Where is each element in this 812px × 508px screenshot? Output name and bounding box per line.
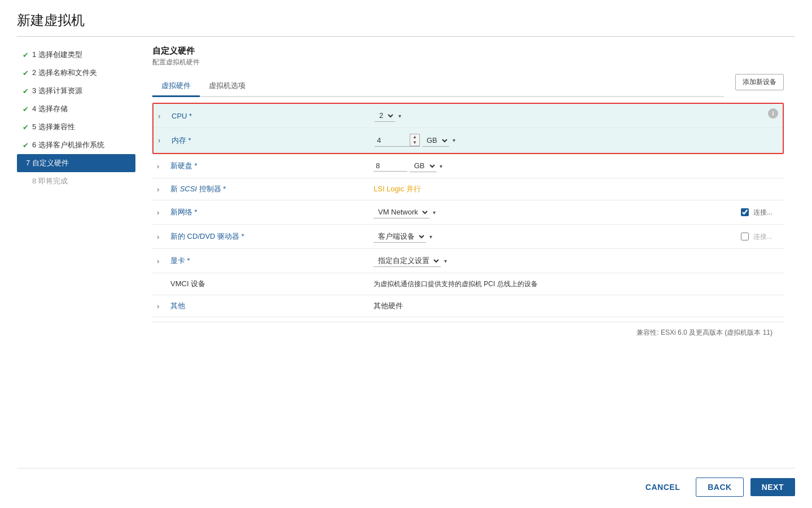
cddvd-connect-checkbox[interactable] xyxy=(741,233,749,240)
disk-unit-arrow: ▾ xyxy=(440,163,442,169)
check-icon-step8: ✔ xyxy=(23,177,29,186)
memory-spinner[interactable]: ▲ ▼ xyxy=(410,134,420,146)
sidebar-item-step5[interactable]: ✔ 5 选择兼容性 xyxy=(17,118,135,136)
network-extra[interactable]: 连接... xyxy=(632,200,784,225)
section-subtitle: 配置虚拟机硬件 xyxy=(152,58,784,67)
add-device-button[interactable]: 添加新设备 xyxy=(735,74,784,90)
display-expand[interactable]: › xyxy=(152,249,166,273)
scsi-extra xyxy=(632,178,784,200)
compatibility-bar: 兼容性: ESXi 6.0 及更高版本 (虚拟机版本 11) xyxy=(152,322,784,343)
cpu-dropdown-arrow: ▾ xyxy=(398,113,401,119)
sidebar-label-step1: 1 选择创建类型 xyxy=(32,50,82,60)
disk-extra xyxy=(632,154,784,178)
next-button[interactable]: NEXT xyxy=(750,478,795,496)
tab-virtual-hw[interactable]: 虚拟硬件 xyxy=(152,76,200,97)
network-arrow: ▾ xyxy=(433,209,436,216)
cddvd-extra[interactable]: 连接... xyxy=(632,225,784,249)
sidebar-item-step8[interactable]: ✔ 8 即将完成 xyxy=(17,172,135,190)
memory-input[interactable] xyxy=(375,135,409,146)
content-area: 自定义硬件 配置虚拟机硬件 虚拟硬件 虚拟机选项 添加新设备 xyxy=(141,37,795,468)
other-extra xyxy=(632,295,784,317)
footer: CANCEL BACK NEXT xyxy=(17,468,795,508)
memory-row: › 内存 * ▲ xyxy=(153,128,783,153)
section-title: 自定义硬件 xyxy=(152,46,784,56)
page-title: 新建虚拟机 xyxy=(17,11,795,37)
check-icon-step2: ✔ xyxy=(23,69,29,77)
memory-input-wrapper: ▲ ▼ xyxy=(375,134,420,147)
sidebar-item-step7[interactable]: 7 自定义硬件 xyxy=(17,154,135,172)
other-expand[interactable]: › xyxy=(152,295,166,317)
check-icon-step4: ✔ xyxy=(23,105,29,113)
memory-up-arrow[interactable]: ▲ xyxy=(410,134,419,140)
vmci-value: 为虚拟机通信接口提供支持的虚拟机 PCI 总线上的设备 xyxy=(369,273,784,295)
memory-value[interactable]: ▲ ▼ GB MB ▾ xyxy=(370,128,721,153)
back-button[interactable]: BACK xyxy=(696,478,743,497)
sidebar-item-step2[interactable]: ✔ 2 选择名称和文件夹 xyxy=(17,64,135,82)
scsi-expand[interactable]: › xyxy=(152,178,166,200)
check-icon-step6: ✔ xyxy=(23,141,29,150)
memory-label: 内存 * xyxy=(167,128,370,153)
display-extra xyxy=(632,249,784,273)
cddvd-label: 新的 CD/DVD 驱动器 * xyxy=(166,225,369,249)
hardware-tabs: 虚拟硬件 虚拟机选项 xyxy=(152,76,724,97)
sidebar-item-step1[interactable]: ✔ 1 选择创建类型 xyxy=(17,46,135,64)
disk-unit-select[interactable]: GB MB xyxy=(410,160,437,172)
tab-vm-options[interactable]: 虚拟机选项 xyxy=(200,76,254,97)
network-value[interactable]: VM Network ▾ xyxy=(369,200,632,225)
sidebar-item-step6[interactable]: ✔ 6 选择客户机操作系统 xyxy=(17,136,135,154)
network-select[interactable]: VM Network xyxy=(374,206,429,218)
network-label: 新网络 * xyxy=(166,200,369,225)
cpu-row: › CPU * 2 1 4 8 xyxy=(153,104,783,128)
cancel-button[interactable]: CANCEL xyxy=(637,478,689,496)
display-arrow: ▾ xyxy=(444,258,447,264)
sidebar-label-step3: 3 选择计算资源 xyxy=(32,86,82,96)
sidebar-label-step4: 4 选择存储 xyxy=(32,104,68,114)
sidebar-label-step6: 6 选择客户机操作系统 xyxy=(32,140,104,150)
sidebar-label-step5: 5 选择兼容性 xyxy=(32,122,75,132)
display-label: 显卡 * xyxy=(166,249,369,273)
memory-extra xyxy=(721,128,783,153)
cddvd-connect-label: 连接... xyxy=(753,232,773,242)
info-icon[interactable]: i xyxy=(768,108,778,119)
sidebar-label-step8: 8 即将完成 xyxy=(32,176,68,186)
sidebar-item-step4[interactable]: ✔ 4 选择存储 xyxy=(17,100,135,118)
other-label: 其他 xyxy=(166,295,369,317)
scsi-value-text: LSI Logic 并行 xyxy=(374,185,421,193)
display-select[interactable]: 指定自定义设置 xyxy=(374,255,441,267)
vmci-row: VMCI 设备 为虚拟机通信接口提供支持的虚拟机 PCI 总线上的设备 xyxy=(152,273,784,295)
memory-unit-arrow: ▾ xyxy=(453,137,455,143)
disk-label: 新硬盘 * xyxy=(166,154,369,178)
memory-unit-select[interactable]: GB MB xyxy=(422,134,449,147)
disk-input[interactable] xyxy=(374,160,407,172)
check-icon-step1: ✔ xyxy=(23,51,29,59)
display-row: › 显卡 * 指定自定义设置 ▾ xyxy=(152,249,784,273)
disk-expand[interactable]: › xyxy=(152,154,166,178)
cddvd-expand[interactable]: › xyxy=(152,225,166,249)
other-value: 其他硬件 xyxy=(369,295,632,317)
scsi-value: LSI Logic 并行 xyxy=(369,178,632,200)
memory-expand[interactable]: › xyxy=(153,128,167,153)
memory-down-arrow[interactable]: ▼ xyxy=(410,140,419,146)
cpu-expand[interactable]: › xyxy=(153,104,167,128)
check-icon-step5: ✔ xyxy=(23,123,29,132)
check-icon-step3: ✔ xyxy=(23,87,29,95)
sidebar-label-step7: 7 自定义硬件 xyxy=(26,158,69,168)
vmci-expand xyxy=(152,273,166,295)
network-connect-label: 连接... xyxy=(753,208,773,217)
cpu-value[interactable]: 2 1 4 8 ▾ xyxy=(370,104,721,128)
other-row: › 其他 其他硬件 xyxy=(152,295,784,317)
network-expand[interactable]: › xyxy=(152,200,166,225)
cddvd-arrow: ▾ xyxy=(429,234,432,240)
cddvd-select[interactable]: 客户端设备 xyxy=(374,230,426,243)
scsi-name: 新 SCSI 控制器 * xyxy=(170,185,226,193)
sidebar-item-step3[interactable]: ✔ 3 选择计算资源 xyxy=(17,82,135,100)
scsi-label: 新 SCSI 控制器 * xyxy=(166,178,369,200)
disk-row: › 新硬盘 * GB MB ▾ xyxy=(152,154,784,178)
cpu-select[interactable]: 2 1 4 8 xyxy=(375,110,395,122)
sidebar-label-step2: 2 选择名称和文件夹 xyxy=(32,68,97,78)
network-connect-checkbox[interactable] xyxy=(741,208,749,216)
disk-value[interactable]: GB MB ▾ xyxy=(369,154,632,178)
vmci-label: VMCI 设备 xyxy=(166,273,369,295)
display-value[interactable]: 指定自定义设置 ▾ xyxy=(369,249,632,273)
cddvd-value[interactable]: 客户端设备 ▾ xyxy=(369,225,632,249)
